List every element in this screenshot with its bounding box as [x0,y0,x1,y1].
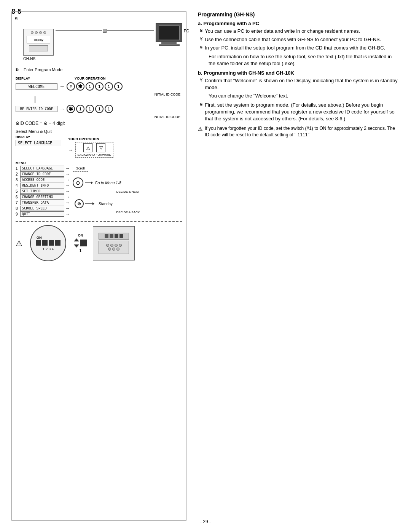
bullet-text-5: First, set the system to program mode. (… [205,102,400,123]
ghns-device: display [23,29,54,56]
arrow-goto-icon [85,180,93,185]
switch-on [80,240,87,246]
yen-icon-2: ¥ [200,36,202,43]
pc-device [156,23,182,46]
select-menu-label: Select Menu & Quit [16,129,182,134]
right-title: Programming (GH-NS) [198,11,400,18]
ghns-label: GH-NS [23,57,54,61]
key-seq-2: ✱ 1 1 1 1 [67,105,113,113]
on-label-1: ON [37,236,42,240]
key-1b: 1 [95,82,104,91]
on-label-2: ON [78,233,83,237]
list-item: 1 SELECT LANGUAGE → [16,166,71,171]
svg-marker-3 [92,202,94,205]
yen-icon-1: ¥ [200,28,202,35]
arrow-menu: → [68,147,73,153]
forward-btn[interactable]: ▽ [96,143,105,152]
warning-triangle-icon-right: ⚠ [198,125,203,138]
svg-marker-5 [74,244,79,248]
backward-btn[interactable]: △ [83,143,92,152]
menu-list: 1 SELECT LANGUAGE → 2 CHANGE ID CODE → 3… [16,166,71,217]
list-item: 9 QUIT → [16,211,71,217]
standby-row: ⊗ Standby [75,199,182,208]
display-header: DISPLAY [16,77,30,80]
list-item: 5 SET TIMER → [16,189,71,194]
decide-next-label: DECIDE & NEXT [74,190,182,193]
key-1d: 1 [114,82,123,91]
section-b: b Enter Program Mode DISPLAY YOUR OPERAT… [16,67,182,126]
initial-id-code-1: INITIAL ID CODE [154,93,180,96]
key-2c: 1 [95,105,104,113]
warning-section: ⚠ If you have forgotten your ID code, se… [198,125,400,138]
menu-item-4: RESIDENT INFO [20,183,64,188]
list-item: 8 SCROLL SPEED → [16,206,71,211]
op-row-welcome: WELCOME → # ✱ 1 1 1 1 [16,82,182,91]
switch-nums: 1234 [43,247,54,251]
bullet-text-3b: For information on how to use the setup … [209,54,392,66]
warning-triangle-icon: ⚠ [16,239,22,248]
bottom-section: ⚠ ON 1234 [16,221,182,261]
col-headers: DISPLAY YOUR OPERATION [16,75,182,81]
initial-id-code-2: INITIAL ID CODE [154,115,180,119]
bullet-text-3: In your PC, install the setup tool progr… [205,45,385,51]
x-btn[interactable]: ⊗ [75,199,84,208]
key-2b: 1 [86,105,94,113]
star-key-2: ✱ [67,105,75,113]
device-illustration [93,226,135,260]
hash-key: # [67,82,75,91]
list-item: 3 ACCESS CODE → [16,177,71,182]
bullet-text-4b: You can change the "Welcome" text. [209,93,288,99]
bullet-item: ¥ Use the connection cable that comes wi… [198,36,400,43]
arrow-2: → [59,106,65,112]
your-op-col-header: YOUR OPERATION [68,137,99,141]
switch-one-label: 1 [80,249,82,253]
arrow-standby-icon [85,201,94,206]
menu-item-1: SELECT LANGUAGE [20,166,64,171]
menu-section: Select Menu & Quit DISPLAY SELECT LANGUA… [16,129,182,217]
id-code-note: ※ID CODE = ※ + 4 digit [16,121,182,126]
scroll-label: Scroll [76,166,85,170]
menu-item-9: QUIT [20,211,64,217]
your-operation-header: YOUR OPERATION [75,77,105,80]
enter-program-label: Enter Program Mode [24,67,62,72]
display-col-header: DISPLAY [16,135,30,139]
bullet-text-1: You can use a PC to enter data and write… [205,28,360,35]
go-menu-btn[interactable]: ⊙ [73,177,83,188]
yen-icon-5: ¥ [200,102,202,123]
list-item: 6 CHANGE GREETING → [16,194,71,200]
scroll-box: Scroll [73,165,88,172]
menu-item-6: CHANGE GREETING [20,194,64,200]
list-item: 4 RESIDENT INFO → [16,183,71,188]
key-1a: 1 [86,82,94,91]
svg-marker-4 [74,238,79,241]
menu-item-8: SCROLL SPEED [20,206,64,211]
switch-2 [42,240,48,246]
switch-1 [36,240,41,246]
warning-text: If you have forgotten your ID code, set … [205,125,400,138]
key-seq-1: # ✱ 1 1 1 1 [67,82,123,91]
key-2d: 1 [105,105,113,113]
backward-forward-box: △ ▽ BACKWARD FORWARD [75,142,113,158]
reenter-display: RE-ENTER ID CODE [16,106,57,112]
select-lang-display: SELECT LANGUAGE [16,140,61,146]
list-item: 2 CHANGE ID CODE → [16,171,71,177]
menu-item-7: TRANSFER DATA [20,200,64,205]
menu-item-5: SET TIMER [20,189,64,194]
go-menu-label: Go to Menu 1-8 [95,181,121,185]
menu-label: MENU [16,161,71,165]
section-a-label: a [15,15,18,21]
star-key-1: ✱ [76,82,84,91]
menu-item-2: CHANGE ID CODE [20,171,64,177]
bullet-item: ¥ You can use a PC to enter data and wri… [198,28,400,35]
decide-back-label: DECIDE & BACK [74,211,182,214]
section-a-heading: a. Programming with a PC [198,21,400,26]
menu-item-3: ACCESS CODE [20,177,64,182]
welcome-display: WELCOME [16,83,57,90]
section-b-heading: b. Programming with GH-NS and GH-10K [198,70,400,76]
bullet-item: ¥ First, set the system to program mode.… [198,102,400,123]
yen-icon-3: ¥ [200,45,202,51]
page-footer: - 29 - [200,519,211,524]
pc-label: PC [184,29,189,33]
left-panel: a display GH-NS [11,11,186,521]
op-row-reenter: RE-ENTER ID CODE → ✱ 1 1 1 1 [16,105,182,113]
